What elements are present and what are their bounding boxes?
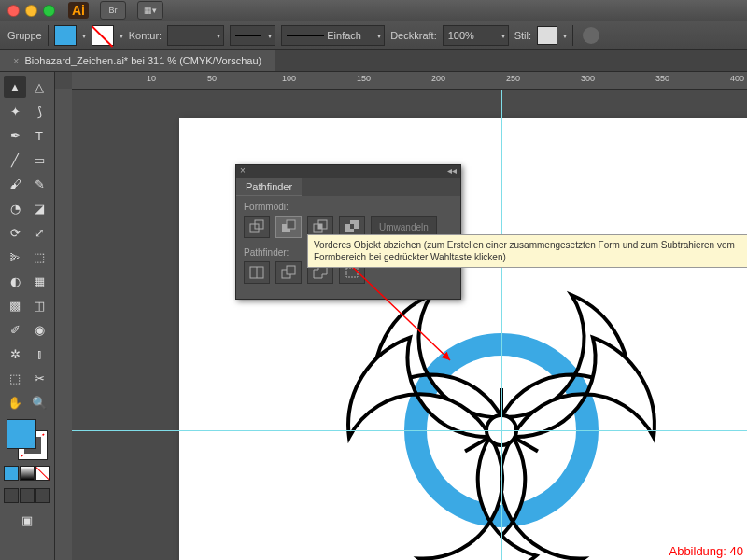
slice-tool[interactable]: ✂ (28, 367, 50, 389)
close-window[interactable] (7, 5, 20, 17)
direct-selection-tool[interactable]: △ (28, 76, 50, 98)
pen-tool[interactable]: ✒ (4, 124, 26, 147)
guide-horizontal (72, 430, 747, 431)
stil-label: Stil: (514, 30, 531, 41)
formmodi-label: Formmodi: (244, 202, 453, 212)
free-transform-tool[interactable]: ⬚ (28, 245, 50, 268)
stroke-swatch[interactable] (92, 25, 114, 46)
lasso-tool[interactable]: ⟆ (28, 100, 50, 122)
style-swatch[interactable] (537, 26, 557, 45)
app-logo: Ai (68, 2, 89, 19)
symbol-sprayer-tool[interactable]: ✲ (4, 343, 26, 365)
selection-tool[interactable]: ▲ (4, 76, 26, 98)
minimize-window[interactable] (25, 5, 37, 17)
type-tool[interactable]: T (28, 124, 50, 147)
fill-stroke-indicator[interactable] (7, 419, 48, 460)
brush-def-dropdown[interactable]: Einfach (281, 25, 385, 46)
svg-rect-11 (318, 224, 322, 229)
none-mode[interactable] (35, 466, 50, 481)
rectangle-tool[interactable]: ▭ (28, 148, 50, 171)
blend-tool[interactable]: ◉ (28, 318, 50, 341)
artboard-tool[interactable]: ⬚ (4, 367, 26, 389)
eyedropper-tool[interactable]: ✐ (4, 318, 26, 341)
recolor-artwork-icon[interactable] (583, 27, 599, 44)
tooltip: Vorderes Objekt abziehen (zum Erstellen … (307, 234, 747, 268)
canvas[interactable]: Abbildung: 40 ×◂◂ Pathfinder Formmodi: U… (72, 90, 747, 560)
var-width-profile[interactable] (230, 25, 275, 46)
pathfinder-trim[interactable] (275, 261, 302, 284)
svg-rect-8 (287, 220, 295, 229)
shape-mode-unite[interactable] (244, 216, 270, 238)
selection-type-label: Gruppe (7, 30, 42, 41)
eraser-tool[interactable]: ◪ (28, 197, 50, 219)
magic-wand-tool[interactable]: ✦ (4, 100, 26, 122)
zoom-tool[interactable]: 🔍 (28, 391, 50, 413)
figure-caption: Abbildung: 40 (669, 544, 743, 558)
shape-mode-minus-front[interactable] (275, 216, 302, 238)
kontur-label: Kontur: (129, 30, 162, 41)
screen-present[interactable] (35, 488, 50, 503)
color-mode[interactable] (4, 466, 19, 481)
line-tool[interactable]: ╱ (4, 148, 26, 171)
width-tool[interactable]: ⫸ (4, 245, 26, 268)
horizontal-ruler: 10 50 100 150 200 250 300 350 400 (72, 72, 747, 90)
mesh-tool[interactable]: ▩ (4, 294, 26, 316)
pencil-tool[interactable]: ✎ (28, 173, 50, 195)
panel-tab-pathfinder[interactable]: Pathfinder (236, 178, 302, 196)
shape-builder-tool[interactable]: ◐ (4, 270, 26, 292)
stroke-weight-input[interactable] (167, 25, 224, 46)
graph-tool[interactable]: ⫿ (28, 343, 50, 365)
tool-panel: ▲△ ✦⟆ ✒T ╱▭ 🖌✎ ◔◪ ⟳⤢ ⫸⬚ ◐▦ ▩◫ ✐◉ ✲⫿ ⬚✂ ✋… (0, 72, 55, 560)
vertical-ruler (55, 89, 73, 560)
panel-collapse-icon[interactable]: ◂◂ (447, 165, 457, 178)
screen-normal[interactable] (4, 488, 19, 503)
blob-brush-tool[interactable]: ◔ (4, 197, 26, 219)
document-tab[interactable]: ×Biohazard_Zeichen.ai* bei 311 % (CMYK/V… (0, 50, 275, 71)
panel-close-icon[interactable]: × (240, 165, 246, 178)
rotate-tool[interactable]: ⟳ (4, 221, 26, 244)
gradient-mode[interactable] (20, 466, 35, 481)
bridge-button[interactable]: Br (100, 1, 126, 20)
screen-full[interactable] (20, 488, 35, 503)
annotation-arrow (338, 253, 469, 374)
svg-rect-18 (287, 266, 295, 274)
opacity-input[interactable]: 100% (443, 25, 509, 46)
fill-swatch[interactable] (54, 25, 77, 46)
pathfinder-divide[interactable] (244, 261, 270, 284)
gradient-tool[interactable]: ◫ (28, 294, 50, 316)
hand-tool[interactable]: ✋ (4, 391, 26, 413)
svg-line-20 (343, 258, 450, 360)
guide-vertical (501, 90, 502, 560)
paintbrush-tool[interactable]: 🖌 (4, 173, 26, 195)
layout-button[interactable]: ▦▾ (137, 1, 163, 20)
perspective-tool[interactable]: ▦ (28, 270, 50, 292)
deckkraft-label: Deckkraft: (390, 30, 437, 41)
scale-tool[interactable]: ⤢ (28, 221, 50, 244)
change-screen-mode[interactable]: ▣ (16, 509, 38, 531)
zoom-window[interactable] (43, 5, 55, 17)
svg-rect-14 (350, 224, 354, 229)
